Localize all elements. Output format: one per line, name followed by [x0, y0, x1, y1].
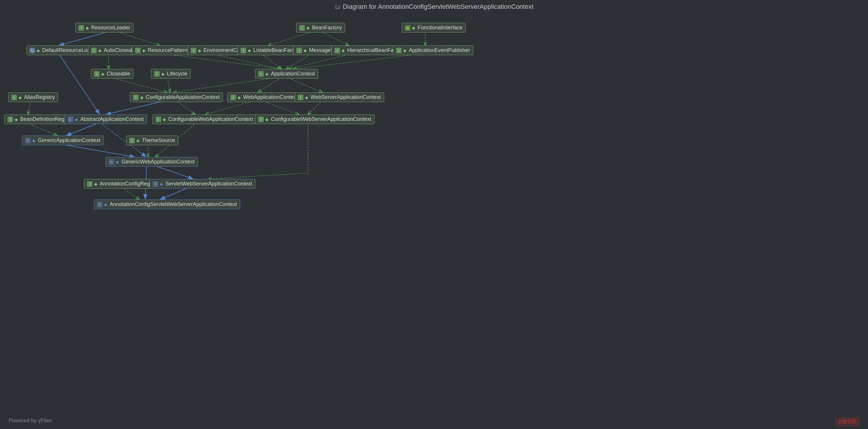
node-WebApplicationContext[interactable]: I ◆ WebApplicationContext: [227, 92, 301, 102]
svg-line-19: [28, 101, 31, 114]
node-label: ApplicationContext: [271, 71, 315, 77]
watermark-text: 创建互联: [838, 419, 857, 424]
svg-line-10: [261, 53, 281, 69]
svg-line-23: [205, 101, 255, 114]
svg-line-4: [268, 31, 315, 46]
svg-line-24: [261, 101, 299, 114]
node-label: Closeable: [107, 71, 130, 77]
node-label: ServletWebServerApplicationContext: [165, 181, 252, 187]
node-AnnotationConfigServletWebServerApplicationContext[interactable]: C ◆ AnnotationConfigServletWebServerAppl…: [94, 200, 240, 209]
node-label: ConfigurableWebApplicationContext: [168, 116, 253, 122]
svg-line-27: [66, 123, 100, 136]
interface-icon: I: [258, 117, 264, 122]
class-icon: C: [153, 181, 158, 187]
node-ThemeSource[interactable]: I ◆ ThemeSource: [126, 136, 178, 145]
annotation-icon: @: [405, 25, 410, 30]
node-GenericApplicationContext[interactable]: C ◆ GenericApplicationContext: [22, 136, 103, 145]
node-ApplicationEventPublisher[interactable]: I ◆ ApplicationEventPublisher: [393, 46, 473, 55]
svg-line-14: [108, 77, 167, 92]
node-FunctionalInterface[interactable]: @ ◆ FunctionalInterface: [402, 23, 466, 33]
svg-line-9: [210, 53, 281, 69]
svg-line-34: [122, 187, 139, 200]
interface-icon: I: [297, 48, 302, 53]
interface-icon: I: [230, 95, 236, 100]
node-label: WebApplicationContext: [243, 94, 298, 101]
interface-icon: I: [396, 48, 401, 53]
svg-line-17: [258, 77, 281, 92]
svg-line-22: [176, 101, 195, 114]
svg-line-25: [308, 101, 322, 114]
interface-icon: I: [154, 71, 159, 77]
svg-line-26: [26, 123, 57, 136]
node-ResourceLoader[interactable]: I ◆ ResourceLoader: [75, 23, 133, 33]
svg-line-3: [114, 31, 160, 46]
interface-icon: I: [11, 95, 17, 100]
svg-line-16: [173, 77, 281, 92]
svg-line-2: [59, 31, 112, 46]
node-Lifecycle[interactable]: I ◆ Lifecycle: [151, 69, 191, 79]
footer: Powered by yFiles: [9, 418, 52, 424]
interface-icon: I: [129, 138, 134, 143]
interface-icon: I: [87, 181, 92, 187]
interface-icon: I: [8, 117, 13, 122]
class-icon: C: [68, 117, 73, 122]
interface-icon: I: [135, 48, 141, 53]
interface-icon: I: [191, 48, 196, 53]
interface-icon: I: [91, 48, 96, 53]
svg-line-8: [160, 53, 281, 69]
svg-line-35: [160, 187, 189, 200]
node-ConfigurableWebServerApplicationContext[interactable]: I ◆ ConfigurableWebServerApplicationCont…: [255, 114, 374, 124]
node-label: Lifecycle: [167, 71, 187, 77]
diagram-container: I ◆ ResourceLoader I ◆ BeanFactory @ ◆ F…: [0, 0, 868, 429]
svg-line-11: [286, 53, 312, 69]
interface-icon: I: [300, 25, 305, 30]
interface-icon: I: [156, 117, 161, 122]
interface-icon: I: [335, 48, 340, 53]
interface-icon: I: [79, 25, 84, 30]
node-label: AnnotationConfigServletWebServerApplicat…: [110, 201, 237, 207]
class-icon: C: [97, 202, 102, 207]
node-ConfigurableWebApplicationContext[interactable]: I ◆ ConfigurableWebApplicationContext: [153, 114, 256, 124]
node-label: ConfigurableWebServerApplicationContext: [271, 116, 371, 122]
svg-line-13: [293, 53, 425, 69]
node-ConfigurableApplicationContext[interactable]: I ◆ ConfigurableApplicationContext: [130, 92, 223, 102]
node-Closeable[interactable]: I ◆ Closeable: [91, 69, 133, 79]
node-ServletWebServerApplicationContext[interactable]: C ◆ ServletWebServerApplicationContext: [150, 179, 255, 189]
svg-line-12: [289, 53, 353, 69]
svg-line-33: [153, 165, 193, 179]
node-label: BeanFactory: [312, 25, 342, 31]
node-BeanFactory[interactable]: I ◆ BeanFactory: [296, 23, 345, 33]
node-GenericWebApplicationContext[interactable]: C ◆ GenericWebApplicationContext: [105, 157, 198, 167]
node-label: GenericApplicationContext: [38, 137, 100, 143]
class-icon: C: [109, 159, 114, 165]
node-label: ResourceLoader: [91, 25, 130, 31]
svg-line-15: [167, 77, 170, 92]
svg-line-31: [59, 144, 135, 157]
footer-text: Powered by yFiles: [9, 418, 52, 423]
svg-line-5: [320, 31, 349, 46]
interface-icon: I: [241, 48, 246, 53]
node-ApplicationContext[interactable]: I ◆ ApplicationContext: [255, 69, 318, 79]
node-label: FunctionalInterface: [417, 25, 462, 31]
class-icon: C: [25, 138, 31, 143]
interface-icon: I: [133, 95, 138, 100]
svg-line-18: [286, 77, 322, 92]
node-label: AliasRegistry: [24, 94, 55, 101]
interface-icon: I: [258, 71, 264, 77]
node-WebServerApplicationContext[interactable]: I ◆ WebServerApplicationContext: [295, 92, 384, 102]
interface-icon: I: [94, 71, 99, 77]
node-label: AbstractApplicationContext: [80, 116, 144, 122]
watermark: 创建互联: [835, 418, 859, 426]
node-label: WebServerApplicationContext: [311, 94, 381, 101]
node-AbstractApplicationContext[interactable]: C ◆ AbstractApplicationContext: [64, 114, 147, 124]
node-AliasRegistry[interactable]: I ◆ AliasRegistry: [8, 92, 58, 102]
class-icon: C: [30, 48, 35, 53]
svg-line-21: [105, 101, 167, 114]
node-label: GenericWebApplicationContext: [121, 159, 195, 165]
svg-line-20: [59, 53, 100, 114]
interface-icon: I: [298, 95, 303, 100]
node-label: ApplicationEventPublisher: [409, 47, 470, 53]
node-label: ThemeSource: [142, 137, 175, 143]
connections-svg: [0, 0, 868, 429]
node-label: ConfigurableApplicationContext: [146, 94, 220, 101]
